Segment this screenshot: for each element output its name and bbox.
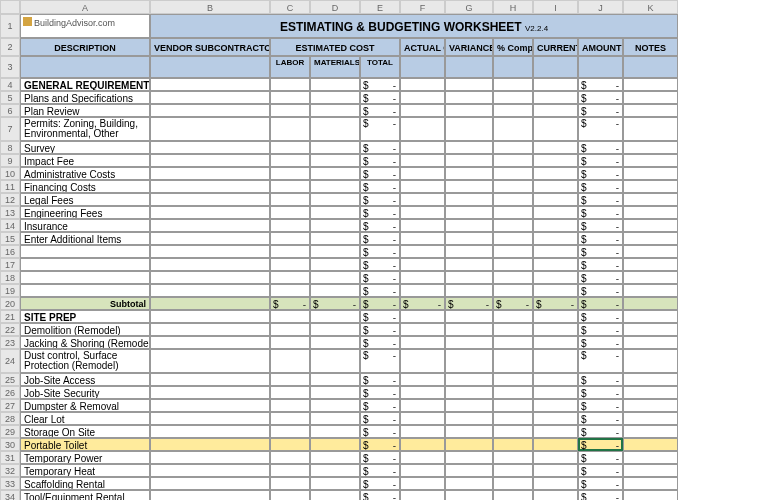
- cell[interactable]: [270, 425, 310, 438]
- row-header[interactable]: 34: [0, 490, 20, 500]
- cell[interactable]: [493, 104, 533, 117]
- cell[interactable]: [150, 167, 270, 180]
- cell[interactable]: -: [360, 477, 400, 490]
- cell[interactable]: [400, 399, 445, 412]
- cell[interactable]: [310, 180, 360, 193]
- cell[interactable]: -: [360, 245, 400, 258]
- cell[interactable]: [493, 412, 533, 425]
- cell[interactable]: -: [578, 78, 623, 91]
- cell[interactable]: [270, 232, 310, 245]
- cell[interactable]: -: [578, 258, 623, 271]
- cell[interactable]: [623, 349, 678, 373]
- cell[interactable]: [493, 373, 533, 386]
- cell[interactable]: [623, 412, 678, 425]
- cell[interactable]: [445, 258, 493, 271]
- row-header[interactable]: 2: [0, 38, 20, 56]
- cell[interactable]: [310, 206, 360, 219]
- col-header[interactable]: K: [623, 0, 678, 14]
- cell[interactable]: [533, 78, 578, 91]
- description-cell[interactable]: [20, 271, 150, 284]
- cell[interactable]: [623, 117, 678, 141]
- cell[interactable]: [623, 336, 678, 349]
- cell[interactable]: [493, 451, 533, 464]
- cell[interactable]: -: [360, 91, 400, 104]
- cell[interactable]: -: [578, 490, 623, 500]
- cell[interactable]: [400, 490, 445, 500]
- cell[interactable]: [623, 464, 678, 477]
- cell[interactable]: [310, 284, 360, 297]
- cell[interactable]: [270, 117, 310, 141]
- cell[interactable]: [493, 232, 533, 245]
- cell[interactable]: [150, 399, 270, 412]
- cell[interactable]: [310, 310, 360, 323]
- cell[interactable]: -: [360, 373, 400, 386]
- cell[interactable]: [400, 167, 445, 180]
- cell[interactable]: [150, 154, 270, 167]
- cell[interactable]: [445, 490, 493, 500]
- cell[interactable]: [150, 386, 270, 399]
- cell[interactable]: [623, 310, 678, 323]
- cell[interactable]: -: [360, 399, 400, 412]
- cell[interactable]: [310, 117, 360, 141]
- cell[interactable]: -: [360, 451, 400, 464]
- cell[interactable]: [150, 245, 270, 258]
- description-cell[interactable]: Administrative Costs: [20, 167, 150, 180]
- cell[interactable]: [270, 271, 310, 284]
- cell[interactable]: [270, 167, 310, 180]
- cell[interactable]: -: [360, 78, 400, 91]
- cell[interactable]: -: [360, 490, 400, 500]
- cell[interactable]: [400, 386, 445, 399]
- cell[interactable]: [445, 399, 493, 412]
- row-header[interactable]: 12: [0, 193, 20, 206]
- cell[interactable]: [150, 141, 270, 154]
- cell[interactable]: -: [578, 167, 623, 180]
- cell[interactable]: [445, 438, 493, 451]
- cell[interactable]: [150, 336, 270, 349]
- row-header[interactable]: 14: [0, 219, 20, 232]
- row-header[interactable]: 11: [0, 180, 20, 193]
- cell[interactable]: [310, 141, 360, 154]
- description-cell[interactable]: Job-Site Access: [20, 373, 150, 386]
- cell[interactable]: -: [360, 193, 400, 206]
- cell[interactable]: [533, 141, 578, 154]
- cell[interactable]: [533, 477, 578, 490]
- cell[interactable]: [623, 477, 678, 490]
- cell[interactable]: -: [360, 154, 400, 167]
- description-cell[interactable]: Storage On Site: [20, 425, 150, 438]
- description-cell[interactable]: Temporary Power: [20, 451, 150, 464]
- cell[interactable]: -: [360, 104, 400, 117]
- description-cell[interactable]: Dust control, Surface Protection (Remode…: [20, 349, 150, 373]
- cell[interactable]: [400, 438, 445, 451]
- description-cell[interactable]: Scaffolding Rental: [20, 477, 150, 490]
- cell[interactable]: [533, 412, 578, 425]
- cell[interactable]: [493, 323, 533, 336]
- cell[interactable]: [623, 167, 678, 180]
- cell[interactable]: [310, 258, 360, 271]
- cell[interactable]: [150, 78, 270, 91]
- cell[interactable]: [533, 399, 578, 412]
- cell[interactable]: [533, 258, 578, 271]
- cell[interactable]: [400, 451, 445, 464]
- cell[interactable]: [493, 219, 533, 232]
- cell[interactable]: [310, 349, 360, 373]
- cell[interactable]: [150, 323, 270, 336]
- cell[interactable]: [623, 271, 678, 284]
- row-header[interactable]: 10: [0, 167, 20, 180]
- row-header[interactable]: 8: [0, 141, 20, 154]
- description-cell[interactable]: Temporary Heat: [20, 464, 150, 477]
- row-header[interactable]: 18: [0, 271, 20, 284]
- row-header[interactable]: 19: [0, 284, 20, 297]
- cell[interactable]: [270, 438, 310, 451]
- cell[interactable]: [445, 310, 493, 323]
- cell[interactable]: [270, 310, 310, 323]
- cell[interactable]: -: [360, 271, 400, 284]
- cell[interactable]: [310, 464, 360, 477]
- cell[interactable]: [400, 310, 445, 323]
- cell[interactable]: [493, 310, 533, 323]
- description-cell[interactable]: Enter Additional Items: [20, 232, 150, 245]
- row-header[interactable]: 1: [0, 14, 20, 38]
- cell[interactable]: -: [578, 91, 623, 104]
- cell[interactable]: [310, 490, 360, 500]
- cell[interactable]: [400, 258, 445, 271]
- cell[interactable]: [445, 193, 493, 206]
